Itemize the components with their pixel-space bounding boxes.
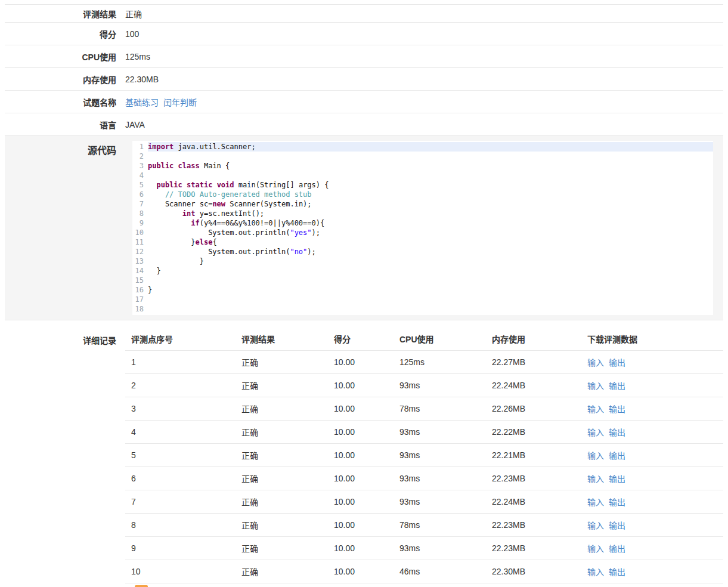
- source-label: 源代码: [5, 141, 125, 157]
- download-output-link[interactable]: 输出: [609, 451, 625, 461]
- download-output-link[interactable]: 输出: [609, 381, 625, 391]
- test-result: 正确: [236, 426, 328, 438]
- line-number: 13: [132, 257, 148, 266]
- test-cpu: 93ms: [394, 381, 486, 390]
- test-index: 8: [125, 520, 236, 530]
- download-input-link[interactable]: 输入: [587, 474, 604, 484]
- code-line: 8 int y=sc.nextInt();: [132, 209, 713, 218]
- download-output-link[interactable]: 输出: [609, 428, 625, 437]
- line-number: 14: [132, 266, 148, 276]
- test-memory: 22.26MB: [486, 404, 581, 413]
- record-row: 1 正确 10.00 125ms 22.27MB 输入 输出: [125, 351, 723, 374]
- kv-row-problem: 试题名称 基础练习 闰年判断: [5, 91, 723, 113]
- cpu-value: 125ms: [125, 52, 723, 61]
- test-result: 正确: [236, 566, 328, 577]
- record-row: 5 正确 10.00 93ms 22.21MB 输入 输出: [125, 444, 723, 467]
- header-test-result: 评测结果: [236, 333, 328, 345]
- test-downloads: 输入 输出: [581, 496, 723, 508]
- code-line: 17: [132, 295, 713, 304]
- test-score: 10.00: [328, 450, 394, 460]
- download-output-link[interactable]: 输出: [609, 498, 625, 507]
- test-score: 10.00: [328, 543, 394, 553]
- download-output-link[interactable]: 输出: [609, 358, 625, 367]
- code-line: 6 // TODO Auto-generated method stub: [132, 190, 713, 199]
- code-line: 16}: [132, 285, 713, 295]
- code-line: 7 Scanner sc=new Scanner(System.in);: [132, 199, 713, 209]
- test-cpu: 93ms: [394, 427, 486, 437]
- cpu-label: CPU使用: [5, 51, 125, 63]
- line-number: 5: [132, 180, 148, 190]
- header-test-index: 评测点序号: [125, 333, 236, 345]
- test-memory: 22.23MB: [486, 474, 581, 483]
- test-score: 10.00: [328, 381, 394, 390]
- code-line: 5 public static void main(String[] args)…: [132, 180, 713, 190]
- test-score: 10.00: [328, 567, 394, 576]
- test-memory: 22.23MB: [486, 543, 581, 553]
- score-value: 100: [125, 29, 723, 39]
- download-output-link[interactable]: 输出: [609, 567, 625, 577]
- line-number: 12: [132, 247, 148, 257]
- download-input-link[interactable]: 输入: [587, 567, 604, 577]
- header-test-cpu: CPU使用: [394, 333, 486, 345]
- kv-row-score: 得分 100: [5, 23, 723, 45]
- record-row: 9 正确 10.00 93ms 22.23MB 输入 输出: [125, 537, 723, 560]
- line-number: 1: [132, 142, 148, 152]
- download-output-link[interactable]: 输出: [609, 544, 625, 554]
- test-memory: 22.21MB: [486, 450, 581, 460]
- test-memory: 22.24MB: [486, 381, 581, 390]
- line-number: 16: [132, 285, 148, 295]
- kv-row-source: 源代码 1import java.util.Scanner;23public c…: [5, 136, 723, 320]
- test-index: 9: [125, 543, 236, 553]
- download-input-link[interactable]: 输入: [587, 381, 604, 391]
- download-input-link[interactable]: 输入: [587, 498, 604, 507]
- code-line: 12 System.out.println("no");: [132, 247, 713, 257]
- test-result: 正确: [236, 449, 328, 461]
- language-value: JAVA: [125, 120, 723, 129]
- download-input-link[interactable]: 输入: [587, 521, 604, 530]
- problem-title-link[interactable]: 闰年判断: [163, 98, 197, 107]
- test-result: 正确: [236, 379, 328, 391]
- test-score: 10.00: [328, 404, 394, 413]
- download-input-link[interactable]: 输入: [587, 544, 604, 554]
- test-memory: 22.30MB: [486, 567, 581, 576]
- records-section: 详细记录 评测点序号 评测结果 得分 CPU使用 内存使用 下载评测数据 1 正…: [5, 320, 723, 583]
- code-line: 11 }else{: [132, 237, 713, 247]
- test-cpu: 93ms: [394, 497, 486, 506]
- problem-set-link[interactable]: 基础练习: [125, 98, 159, 107]
- download-output-link[interactable]: 输出: [609, 404, 625, 414]
- download-input-link[interactable]: 输入: [587, 428, 604, 437]
- header-test-memory: 内存使用: [486, 333, 581, 345]
- test-cpu: 125ms: [394, 357, 486, 367]
- download-output-link[interactable]: 输出: [609, 521, 625, 530]
- test-downloads: 输入 输出: [581, 542, 723, 554]
- line-number: 2: [132, 152, 148, 161]
- test-result: 正确: [236, 472, 328, 484]
- problem-label: 试题名称: [5, 96, 125, 108]
- test-memory: 22.24MB: [486, 497, 581, 506]
- kv-row-language: 语言 JAVA: [5, 113, 723, 136]
- code-line: 10 System.out.println("yes");: [132, 228, 713, 237]
- download-input-link[interactable]: 输入: [587, 358, 604, 367]
- download-output-link[interactable]: 输出: [609, 474, 625, 484]
- line-number: 4: [132, 171, 148, 180]
- memory-value: 22.30MB: [125, 75, 723, 84]
- record-row: 10 正确 10.00 46ms 22.30MB 输入 输出: [125, 560, 723, 583]
- record-row: 3 正确 10.00 78ms 22.26MB 输入 输出: [125, 397, 723, 421]
- records-table: 评测点序号 评测结果 得分 CPU使用 内存使用 下载评测数据 1 正确 10.…: [125, 328, 723, 583]
- download-input-link[interactable]: 输入: [587, 404, 604, 414]
- test-index: 5: [125, 450, 236, 460]
- test-cpu: 78ms: [394, 520, 486, 530]
- line-number: 6: [132, 190, 148, 199]
- code-line: 4: [132, 171, 713, 180]
- test-cpu: 93ms: [394, 450, 486, 460]
- line-number: 11: [132, 237, 148, 247]
- kv-row-memory: 内存使用 22.30MB: [5, 68, 723, 91]
- code-line: 3public class Main {: [132, 161, 713, 171]
- test-memory: 22.22MB: [486, 427, 581, 437]
- record-row: 8 正确 10.00 78ms 22.23MB 输入 输出: [125, 514, 723, 537]
- record-row: 6 正确 10.00 93ms 22.23MB 输入 输出: [125, 467, 723, 490]
- records-label: 详细记录: [5, 328, 125, 346]
- download-input-link[interactable]: 输入: [587, 451, 604, 461]
- line-number: 3: [132, 161, 148, 171]
- result-value: 正确: [125, 8, 723, 20]
